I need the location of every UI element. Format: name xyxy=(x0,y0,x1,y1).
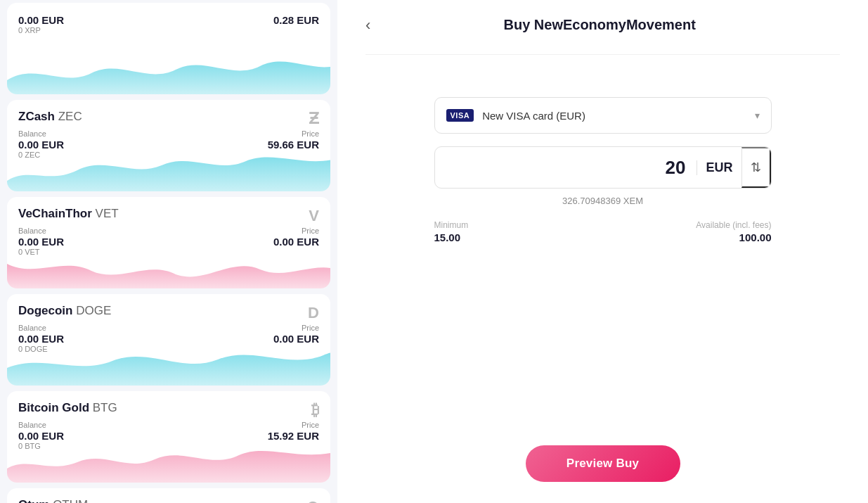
coin-card-dogecoin[interactable]: Dogecoin DOGE D Balance 0.00 EUR 0 DOGE … xyxy=(7,294,330,386)
visa-badge: VISA xyxy=(446,109,474,122)
page-title: Buy NewEconomyMovement xyxy=(384,17,815,33)
coin-icon-vechain: V xyxy=(309,207,319,225)
minimum-value: 15.00 xyxy=(434,231,469,243)
vechain-price-label: Price xyxy=(273,227,319,235)
xrp-balance-eur: 0.00 EUR xyxy=(18,14,64,26)
available-value: 100.00 xyxy=(739,231,772,243)
coin-name-vechain: VeChainThor VET xyxy=(18,207,119,221)
xrp-balance-unit: 0 XRP xyxy=(18,26,64,34)
limits-row: Minimum 15.00 Available (incl. fees) 100… xyxy=(434,220,772,243)
available-label: Available (incl. fees) xyxy=(696,220,771,230)
minimum-limit: Minimum 15.00 xyxy=(434,220,469,243)
available-limit: Available (incl. fees) 100.00 xyxy=(696,220,771,243)
coin-name-btg: Bitcoin Gold BTG xyxy=(18,401,117,415)
zcash-balance-unit: 0 ZEC xyxy=(18,151,64,159)
coin-name-zcash: ZCash ZEC xyxy=(18,110,82,124)
swap-button[interactable]: ⇅ xyxy=(741,147,771,188)
zcash-balance-label: Balance xyxy=(18,129,64,138)
coin-card-zcash[interactable]: ZCash ZEC Ƶ Balance 0.00 EUR 0 ZEC Price… xyxy=(7,100,330,191)
doge-price-eur: 0.00 EUR xyxy=(273,333,319,345)
doge-price-label: Price xyxy=(273,324,319,332)
coin-icon-zcash: Ƶ xyxy=(309,110,319,128)
zcash-balance-eur: 0.00 EUR xyxy=(18,139,64,151)
panel-header: ‹ Buy NewEconomyMovement xyxy=(365,0,840,55)
amount-input-row: EUR ⇅ xyxy=(434,146,772,189)
btg-price-eur: 15.92 EUR xyxy=(268,430,319,442)
btg-balance-eur: 0.00 EUR xyxy=(18,430,64,442)
coin-icon-qtum: ◎ xyxy=(306,498,319,503)
zcash-price-label: Price xyxy=(268,129,319,138)
coin-list[interactable]: 0.00 EUR 0 XRP 0.28 EUR ZCash xyxy=(0,0,337,503)
doge-balance-eur: 0.00 EUR xyxy=(18,333,64,345)
coin-card-btg[interactable]: Bitcoin Gold BTG ₿ Balance 0.00 EUR 0 BT… xyxy=(7,391,330,483)
preview-btn-wrap: Preview Buy xyxy=(365,417,840,503)
payment-method-dropdown[interactable]: VISA New VISA card (EUR) ▾ xyxy=(434,97,772,134)
vechain-balance-label: Balance xyxy=(18,227,64,235)
btg-price-label: Price xyxy=(268,421,319,429)
coin-icon-btg: ₿ xyxy=(311,401,319,419)
payment-label: New VISA card (EUR) xyxy=(482,110,754,122)
buy-panel: ‹ Buy NewEconomyMovement VISA New VISA c… xyxy=(337,0,868,503)
minimum-label: Minimum xyxy=(434,220,469,230)
buy-form: VISA New VISA card (EUR) ▾ EUR ⇅ 326.709… xyxy=(365,55,840,417)
coin-card-vechain[interactable]: VeChainThor VET V Balance 0.00 EUR 0 VET… xyxy=(7,197,330,288)
conversion-text: 326.70948369 XEM xyxy=(434,196,772,206)
coin-card-xrp[interactable]: 0.00 EUR 0 XRP 0.28 EUR xyxy=(7,3,330,94)
btg-balance-label: Balance xyxy=(18,421,64,429)
amount-input[interactable] xyxy=(435,157,697,179)
coin-card-qtum[interactable]: Qtum QTUM ◎ xyxy=(7,488,330,503)
xrp-chart xyxy=(7,49,330,94)
coin-icon-dogecoin: D xyxy=(308,304,319,322)
back-button[interactable]: ‹ xyxy=(365,18,370,33)
coin-name-qtum: Qtum QTUM xyxy=(18,498,88,503)
chevron-down-icon: ▾ xyxy=(755,110,760,121)
doge-balance-label: Balance xyxy=(18,324,64,332)
vechain-balance-eur: 0.00 EUR xyxy=(18,236,64,248)
btg-balance-unit: 0 BTG xyxy=(18,442,64,450)
vechain-balance-unit: 0 VET xyxy=(18,248,64,256)
zcash-price-eur: 59.66 EUR xyxy=(268,139,319,151)
preview-buy-button[interactable]: Preview Buy xyxy=(526,445,680,482)
currency-label: EUR xyxy=(697,160,741,175)
coin-name-dogecoin: Dogecoin DOGE xyxy=(18,304,111,318)
vechain-price-eur: 0.00 EUR xyxy=(273,236,319,248)
doge-balance-unit: 0 DOGE xyxy=(18,345,64,353)
xrp-price-eur: 0.28 EUR xyxy=(273,14,319,26)
